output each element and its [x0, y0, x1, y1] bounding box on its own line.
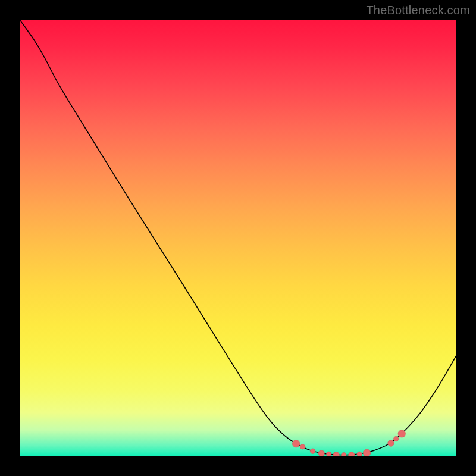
curve-markers-group	[292, 430, 405, 456]
curve-marker	[388, 440, 394, 446]
curve-marker	[398, 430, 405, 437]
curve-marker	[333, 452, 339, 456]
chart-frame: TheBottleneck.com	[0, 0, 476, 476]
curve-line	[20, 20, 456, 455]
curve-marker	[363, 449, 370, 456]
curve-marker	[310, 449, 315, 453]
curve-marker	[357, 452, 362, 456]
curve-marker	[394, 436, 399, 441]
curve-marker	[300, 444, 305, 449]
bottleneck-curve-plot	[20, 20, 456, 456]
curve-marker	[292, 440, 299, 447]
curve-marker	[349, 452, 355, 456]
curve-marker	[318, 450, 324, 456]
watermark-text: TheBottleneck.com	[366, 4, 470, 17]
curve-marker	[341, 453, 346, 456]
curve-marker	[326, 452, 331, 456]
